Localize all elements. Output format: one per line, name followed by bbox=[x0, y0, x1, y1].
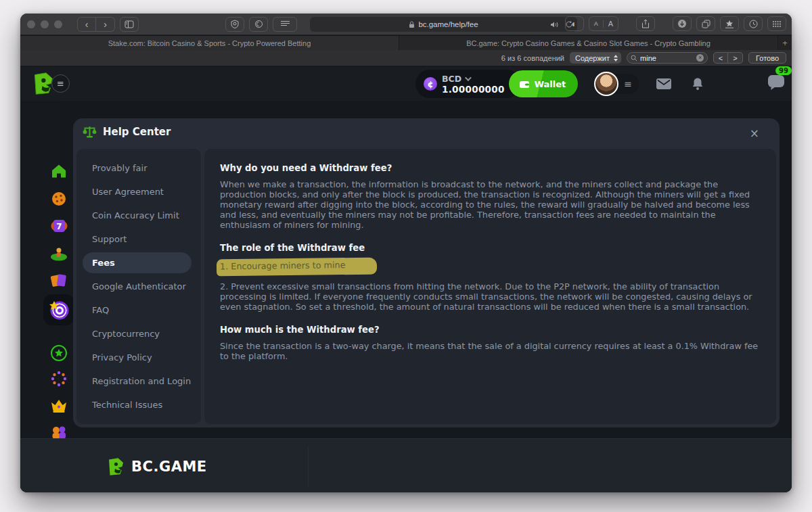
nav-item-coin-accuracy-limit[interactable]: Coin Accuracy Limit bbox=[76, 204, 201, 227]
extension-blocker-button[interactable] bbox=[249, 17, 268, 32]
footer-logo[interactable]: BC.GAME bbox=[105, 457, 207, 477]
messages-button[interactable] bbox=[655, 75, 673, 93]
browser-toolbar: ‹ › bc.game/help/fee ◐ A A bbox=[20, 14, 792, 35]
rail-item-casino[interactable] bbox=[49, 189, 68, 208]
share-button[interactable] bbox=[636, 16, 655, 31]
find-query-text: mine bbox=[640, 54, 694, 62]
sidebar-menu-button[interactable]: ≡ bbox=[51, 74, 70, 93]
rail-item-vip[interactable] bbox=[49, 396, 68, 415]
find-input[interactable]: mine × bbox=[627, 52, 708, 64]
rail-item-slots[interactable]: 7 bbox=[49, 216, 68, 235]
highlighted-text: 1. Encourage miners to mine bbox=[217, 258, 377, 277]
spiral-target-icon bbox=[48, 299, 70, 321]
star-shelf-icon bbox=[725, 20, 734, 28]
rail-item-home[interactable] bbox=[49, 162, 68, 181]
community-dots-icon bbox=[50, 370, 68, 388]
nav-item-cryptocurrency[interactable]: Cryptocurrency bbox=[76, 322, 201, 346]
svg-text:7: 7 bbox=[56, 222, 62, 231]
tab-stake[interactable]: Stake.com: Bitcoin Casino & Sports - Cry… bbox=[20, 36, 399, 50]
footer-logo-text: BC.GAME bbox=[131, 459, 207, 475]
wallet-button[interactable]: Wallet bbox=[509, 70, 579, 97]
address-bar[interactable]: bc.game/help/fee bbox=[310, 17, 577, 32]
close-modal-icon[interactable]: × bbox=[750, 126, 759, 140]
nav-item-google-authenticator[interactable]: Google Authenticator bbox=[76, 275, 201, 298]
tab-bcgame[interactable]: BC.game: Crypto Casino Games & Casino Sl… bbox=[399, 36, 778, 50]
shield-icon bbox=[231, 20, 239, 28]
grid-icon bbox=[772, 20, 782, 28]
audio-mute-icon[interactable] bbox=[550, 21, 560, 28]
clear-search-icon[interactable]: × bbox=[696, 54, 704, 62]
extension-shield-button[interactable] bbox=[225, 17, 244, 32]
rail-item-spin-active[interactable] bbox=[43, 294, 74, 325]
browser-window: ‹ › bc.game/help/fee ◐ A A bbox=[20, 14, 792, 492]
content-heading-1: Why do you need a Withdraw fee? bbox=[220, 163, 761, 173]
text-larger[interactable]: A bbox=[603, 20, 618, 28]
nav-item-registration-and-login[interactable]: Registration and Login bbox=[76, 369, 201, 393]
forward-button[interactable]: › bbox=[96, 17, 115, 32]
new-tab-button[interactable]: + bbox=[778, 36, 792, 50]
appearance-button[interactable]: ◐ bbox=[565, 16, 584, 31]
downloads-button[interactable] bbox=[673, 16, 692, 31]
nav-item-provably-fair[interactable]: Provably fair bbox=[76, 156, 201, 180]
dice-icon bbox=[51, 191, 67, 207]
nav-item-faq[interactable]: FAQ bbox=[76, 298, 201, 322]
sidebar-icon bbox=[125, 20, 134, 28]
close-window-button[interactable] bbox=[27, 20, 35, 28]
dropdown-arrows-icon bbox=[614, 55, 618, 62]
site-footer: BC.GAME bbox=[20, 438, 792, 492]
minimize-window-button[interactable] bbox=[41, 20, 49, 28]
nav-item-support[interactable]: Support bbox=[76, 227, 201, 251]
content-heading-3: How much is the Withdraw fee? bbox=[220, 325, 761, 335]
tab-overview-button[interactable] bbox=[767, 16, 786, 31]
currency-code: BCD bbox=[442, 74, 461, 84]
nav-item-privacy-policy[interactable]: Privacy Policy bbox=[76, 346, 201, 369]
find-next-button[interactable]: > bbox=[728, 52, 743, 64]
tab-copy-button[interactable] bbox=[696, 16, 715, 31]
url-text: bc.game/help/fee bbox=[418, 20, 478, 28]
bcgame-page: ≡ ¢ BCD 1.00000000 bbox=[20, 67, 792, 492]
balance-amount: 1.00000000 bbox=[442, 84, 505, 95]
nav-item-user-agreement[interactable]: User Agreement bbox=[76, 180, 201, 204]
slots-seven-icon: 7 bbox=[51, 218, 68, 233]
avatar[interactable] bbox=[594, 72, 618, 96]
back-button[interactable]: ‹ bbox=[77, 17, 96, 32]
find-matches-count: 6 из 6 совпадений bbox=[501, 54, 564, 62]
rail-item-sports[interactable] bbox=[49, 243, 68, 262]
currency-balance-pill[interactable]: ¢ BCD 1.00000000 bbox=[415, 70, 521, 98]
zoom-window-button[interactable] bbox=[54, 20, 62, 28]
window-controls[interactable] bbox=[27, 20, 62, 28]
rail-item-community[interactable] bbox=[49, 369, 68, 388]
bonus-star-icon bbox=[50, 344, 68, 362]
chat-button[interactable]: 99 bbox=[767, 74, 785, 93]
history-button[interactable] bbox=[744, 16, 763, 31]
find-previous-button[interactable]: < bbox=[713, 52, 728, 64]
modal-title: Help Center bbox=[103, 126, 171, 138]
help-content-panel: Why do you need a Withdraw fee? When we … bbox=[204, 149, 776, 424]
rail-item-bonus[interactable] bbox=[49, 344, 68, 363]
text-size-button[interactable]: A A bbox=[589, 16, 618, 31]
scales-icon bbox=[83, 125, 97, 139]
favorites-bar-button[interactable] bbox=[720, 16, 739, 31]
wallet-label: Wallet bbox=[535, 79, 566, 89]
rail-item-lottery[interactable] bbox=[49, 271, 68, 289]
text-smaller[interactable]: A bbox=[589, 21, 603, 27]
find-mode-label: Содержит bbox=[575, 54, 610, 62]
find-mode-dropdown[interactable]: Содержит bbox=[570, 52, 621, 64]
duplicate-tabs-icon bbox=[702, 20, 710, 28]
site-header: ≡ ¢ BCD 1.00000000 bbox=[20, 67, 792, 101]
tab-bar: Stake.com: Bitcoin Casino & Sports - Cry… bbox=[20, 36, 792, 50]
nav-item-technical-issues[interactable]: Technical Issues bbox=[76, 393, 201, 417]
sports-icon bbox=[50, 245, 68, 261]
profile-widget[interactable]: ≡ bbox=[594, 72, 639, 96]
reader-button[interactable] bbox=[273, 17, 297, 32]
search-icon bbox=[631, 55, 637, 62]
notifications-button[interactable] bbox=[689, 75, 706, 93]
content-paragraph-3: Since the transaction is a two-way charg… bbox=[220, 342, 761, 362]
envelope-icon bbox=[656, 78, 671, 89]
bell-icon bbox=[692, 77, 704, 91]
nav-item-fees[interactable]: Fees bbox=[76, 251, 201, 275]
sidebar-toggle-button[interactable] bbox=[120, 17, 139, 32]
find-done-button[interactable]: Готово bbox=[748, 52, 786, 64]
blocker-icon bbox=[254, 20, 263, 28]
desktop-background: ‹ › bc.game/help/fee ◐ A A bbox=[0, 0, 812, 512]
